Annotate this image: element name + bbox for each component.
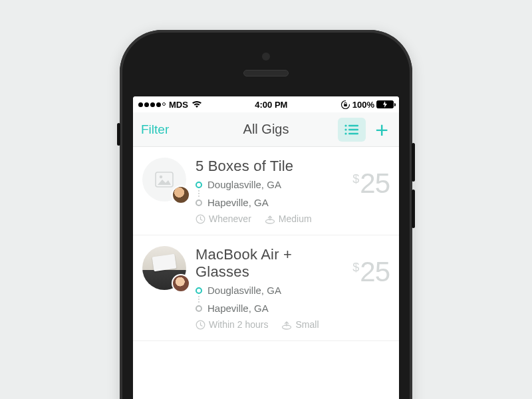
nav-bar: Filter All Gigs +: [133, 112, 399, 147]
phone-side-button: [412, 143, 415, 182]
phone-screen: MDS 4:00 PM 100% Filter All Gigs: [133, 96, 399, 399]
size-label: Small: [295, 319, 319, 330]
page-title: All Gigs: [243, 122, 289, 137]
size-icon: [281, 320, 292, 330]
orientation-lock-icon: [340, 100, 350, 110]
wifi-icon: [192, 100, 202, 108]
filter-button[interactable]: Filter: [141, 122, 169, 137]
signal-dots-icon: [138, 102, 166, 107]
svg-rect-1: [344, 104, 347, 106]
phone-sensor: [262, 53, 270, 61]
svg-rect-7: [348, 132, 358, 134]
origin-marker-icon: [196, 182, 202, 188]
origin-marker-icon: [196, 287, 202, 294]
add-gig-button[interactable]: +: [372, 118, 391, 141]
svg-rect-3: [348, 124, 358, 126]
gig-title: MacBook Air + Glasses: [196, 246, 343, 281]
status-bar: MDS 4:00 PM 100%: [133, 96, 399, 112]
battery-icon: [376, 100, 394, 108]
poster-avatar: [172, 186, 190, 204]
origin-label: Douglasville, GA: [207, 179, 281, 190]
phone-earpiece: [243, 70, 289, 76]
gig-price: $ 25: [352, 258, 390, 330]
gig-price: $ 25: [352, 170, 390, 224]
carrier-label: MDS: [169, 100, 188, 110]
poster-avatar: [172, 274, 190, 293]
gig-route: Douglasville, GA Hapeville, GA: [196, 179, 343, 208]
gig-row[interactable]: 5 Boxes of Tile Douglasville, GA Hapevil…: [133, 147, 399, 235]
svg-point-4: [345, 128, 347, 130]
gig-route: Douglasville, GA Hapeville, GA: [196, 285, 343, 314]
list-icon: [344, 124, 360, 136]
phone-side-button: [117, 123, 120, 146]
battery-percent: 100%: [352, 100, 374, 110]
list-view-toggle[interactable]: [338, 118, 366, 142]
gig-title: 5 Boxes of Tile: [196, 158, 343, 175]
svg-point-9: [160, 176, 162, 178]
phone-side-button: [412, 190, 415, 228]
gig-row[interactable]: MacBook Air + Glasses Douglasville, GA H…: [133, 235, 399, 341]
size-icon: [265, 214, 275, 224]
svg-point-6: [345, 132, 347, 134]
image-placeholder-icon: [155, 172, 174, 188]
destination-label: Hapeville, GA: [207, 197, 269, 208]
phone-frame: MDS 4:00 PM 100% Filter All Gigs: [120, 30, 412, 399]
destination-label: Hapeville, GA: [207, 303, 269, 314]
clock-icon: [196, 320, 205, 330]
clock-icon: [196, 214, 205, 224]
size-label: Medium: [279, 213, 312, 224]
origin-label: Douglasville, GA: [207, 285, 281, 296]
timing-label: Whenever: [209, 213, 251, 224]
status-time: 4:00 PM: [202, 100, 340, 110]
timing-label: Within 2 hours: [209, 319, 268, 330]
gig-list: 5 Boxes of Tile Douglasville, GA Hapevil…: [133, 147, 399, 341]
svg-rect-5: [348, 128, 358, 130]
destination-marker-icon: [196, 305, 202, 312]
svg-point-2: [345, 124, 347, 126]
destination-marker-icon: [196, 200, 202, 206]
